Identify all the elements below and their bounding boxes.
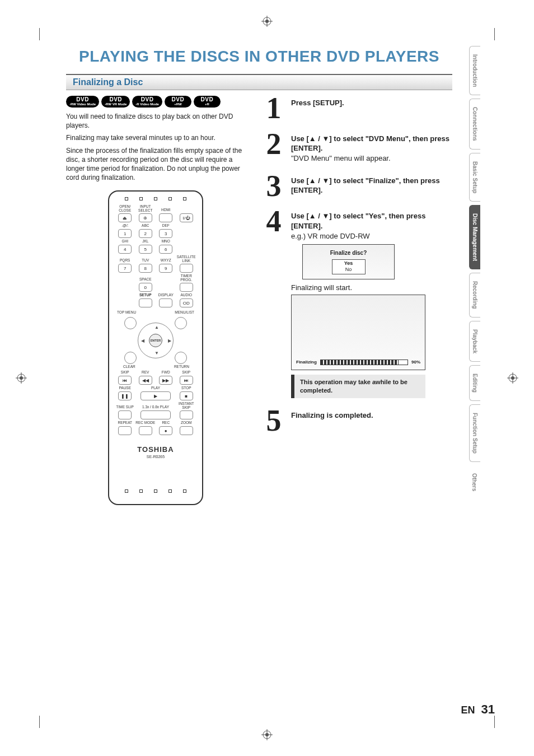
step-number: 1 bbox=[262, 96, 285, 122]
section-header: Finalizing a Disc bbox=[66, 74, 452, 90]
right-arrow-icon: ▶ bbox=[168, 338, 171, 343]
top-menu-label: TOP MENU bbox=[117, 311, 136, 315]
rec-button: ● bbox=[159, 426, 172, 435]
option-no: No bbox=[332, 267, 365, 273]
pause-button: ❚❚ bbox=[118, 391, 132, 400]
key-7: 7 bbox=[118, 264, 132, 273]
crop-mark bbox=[494, 716, 495, 728]
tab-basic-setup[interactable]: Basic Setup bbox=[469, 153, 480, 202]
crop-mark bbox=[494, 28, 495, 40]
intro-p1: You will need to finalize discs to play … bbox=[66, 112, 245, 130]
step-number: 5 bbox=[262, 408, 285, 434]
tab-others[interactable]: Others bbox=[469, 465, 480, 499]
timer-prog-button bbox=[180, 283, 193, 292]
step-3: 3 Use [▲ / ▼] to select "Finalize", then… bbox=[262, 174, 452, 199]
disc-badge: DVD-R Video Mode bbox=[132, 96, 162, 108]
key-4: 4 bbox=[118, 245, 132, 254]
down-arrow-icon: ▼ bbox=[154, 351, 159, 356]
skip-back-button: ⏮ bbox=[118, 376, 132, 385]
tab-recording[interactable]: Recording bbox=[469, 273, 480, 317]
crop-mark bbox=[39, 28, 40, 40]
footer-page-number: 31 bbox=[481, 702, 495, 716]
repeat-button bbox=[118, 426, 132, 435]
option-yes: Yes bbox=[332, 260, 365, 267]
registration-mark-icon bbox=[261, 16, 273, 27]
key-9: 9 bbox=[159, 264, 172, 273]
menu-list-label: MENU/LIST bbox=[175, 311, 194, 315]
step-5-text: Finalizing is completed. bbox=[291, 411, 373, 419]
note-box: This operation may take awhile to be com… bbox=[291, 375, 425, 398]
instant-skip-button bbox=[180, 410, 193, 419]
step-4: 4 Use [▲ / ▼] to select "Yes", then pres… bbox=[262, 209, 452, 398]
play-button: ▶ bbox=[140, 391, 171, 400]
dialog-title: Finalize disc? bbox=[308, 249, 388, 257]
step-3-main: Use [▲ / ▼] to select "Finalize", then p… bbox=[291, 176, 440, 195]
footer-lang: EN bbox=[461, 704, 475, 716]
step-2-sub: "DVD Menu" menu will appear. bbox=[291, 154, 391, 162]
key-1: 1 bbox=[118, 229, 132, 238]
remote-model: SE-R0265 bbox=[115, 455, 196, 459]
dialog-options: Yes No bbox=[332, 259, 366, 274]
skip-fwd-button: ⏭ bbox=[180, 376, 193, 385]
page-title: PLAYING THE DISCS IN OTHER DVD PLAYERS bbox=[66, 48, 452, 66]
tab-disc-management[interactable]: Disc Management bbox=[469, 205, 480, 269]
tab-introduction[interactable]: Introduction bbox=[469, 46, 480, 95]
audio-button: OD bbox=[180, 298, 193, 307]
svg-point-3 bbox=[265, 20, 269, 23]
nav-pad: ENTER ▲ ▼ ◀ ▶ CLEAR RETURN bbox=[128, 318, 184, 363]
key-5: 5 bbox=[139, 245, 152, 254]
svg-point-7 bbox=[265, 733, 269, 736]
side-tabs: Introduction Connections Basic Setup Dis… bbox=[469, 46, 495, 502]
step-number: 2 bbox=[262, 132, 285, 164]
key-2: 2 bbox=[139, 229, 152, 238]
time-slip-button bbox=[118, 410, 132, 419]
up-arrow-icon: ▲ bbox=[154, 325, 159, 330]
step-4-example: e.g.) VR mode DVD-RW bbox=[291, 232, 370, 240]
step-5: 5 Finalizing is completed. bbox=[262, 408, 452, 434]
rec-mode-button bbox=[139, 426, 152, 435]
progress-bar bbox=[320, 360, 408, 365]
hdmi-button bbox=[159, 213, 172, 222]
registration-mark-icon bbox=[261, 729, 273, 740]
crop-mark bbox=[39, 716, 40, 728]
left-arrow-icon: ◀ bbox=[141, 338, 144, 343]
tab-connections[interactable]: Connections bbox=[469, 99, 480, 150]
setup-button bbox=[139, 298, 152, 307]
step-number: 4 bbox=[262, 209, 285, 398]
power-button: I/⏻ bbox=[180, 213, 193, 222]
tab-editing[interactable]: Editing bbox=[469, 365, 480, 401]
disc-badge: DVD+RW bbox=[165, 96, 191, 108]
eject-icon: ⏏ bbox=[118, 213, 132, 222]
intro-p2: Finalizing may take several minutes up t… bbox=[66, 133, 245, 142]
satellite-link-button bbox=[180, 264, 193, 273]
registration-mark-icon bbox=[507, 372, 518, 384]
disc-badge-row: DVD-RW Video Mode DVD-RW VR Mode DVD-R V… bbox=[66, 96, 245, 108]
forward-button: ▶▶ bbox=[159, 376, 172, 385]
svg-point-11 bbox=[20, 376, 23, 380]
zoom-button bbox=[180, 426, 193, 435]
disc-badge: DVD+R bbox=[194, 96, 221, 108]
progress-dialog: Finalizing 90% bbox=[291, 295, 425, 370]
rewind-button: ◀◀ bbox=[139, 376, 152, 385]
step-2: 2 Use [▲ / ▼] to select "DVD Menu", then… bbox=[262, 132, 452, 164]
key-0: 0 bbox=[139, 283, 152, 292]
finalizing-start-text: Finalizing will start. bbox=[291, 283, 352, 292]
intro-p3: Since the process of the finalization fi… bbox=[66, 146, 245, 183]
input-select-button: ⊕ bbox=[139, 213, 152, 222]
step-2-main: Use [▲ / ▼] to select "DVD Menu", then p… bbox=[291, 134, 449, 153]
page-footer: EN 31 bbox=[461, 702, 495, 717]
step-number: 3 bbox=[262, 174, 285, 199]
step-1: 1 Press [SETUP]. bbox=[262, 96, 452, 122]
tab-playback[interactable]: Playback bbox=[469, 321, 480, 362]
remote-brand: TOSHIBA bbox=[115, 445, 196, 454]
registration-mark-icon bbox=[16, 372, 27, 384]
remote-control-diagram: OPEN/ CLOSE⏏ INPUT SELECT⊕ HDMI I/⏻ .@/:… bbox=[108, 190, 203, 505]
step-4-main: Use [▲ / ▼] to select "Yes", then press … bbox=[291, 212, 425, 230]
key-8: 8 bbox=[139, 264, 152, 273]
disc-badge: DVD-RW Video Mode bbox=[66, 96, 99, 108]
disc-badge: DVD-RW VR Mode bbox=[101, 96, 130, 108]
display-button bbox=[159, 298, 172, 307]
rate-play-button bbox=[140, 410, 171, 419]
tab-function-setup[interactable]: Function Setup bbox=[469, 404, 480, 462]
stop-button: ■ bbox=[180, 391, 193, 400]
